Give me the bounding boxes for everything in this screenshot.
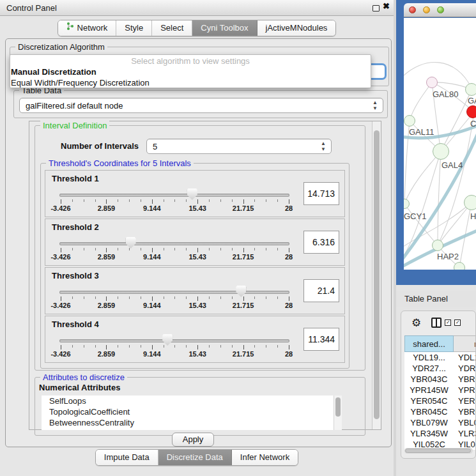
node-right-mid[interactable] — [464, 195, 476, 210]
scale-tick-label: -3.426 — [50, 302, 70, 309]
table-row[interactable]: YBL079WYBL0 — [404, 417, 475, 428]
algorithm-dropdown-popup: Select algorithm to view settings Manual… — [10, 54, 371, 88]
threshold-slider-thumb[interactable] — [236, 286, 246, 297]
cell-shared-name: YBL079W — [404, 417, 454, 428]
threshold-label: Threshold 3 — [52, 271, 99, 280]
cell-shared-name: YDR27... — [404, 363, 454, 374]
slider-major-ticks — [61, 248, 289, 252]
interval-definition-group-title: Interval Definition — [40, 121, 109, 130]
tab-discretize-data[interactable]: Discretize Data — [158, 450, 232, 465]
tab-cyni-toolbox[interactable]: Cyni Toolbox — [192, 20, 257, 36]
threshold-slider-track[interactable] — [59, 339, 289, 342]
node-gal11[interactable] — [404, 115, 415, 127]
algorithm-option-manual-discretization[interactable]: Manual Discretization — [10, 66, 371, 77]
node-label: GA — [468, 96, 476, 105]
network-window-titlebar[interactable] — [404, 3, 476, 17]
tab-label: jActiveMNodules — [266, 20, 328, 36]
node-label: C — [470, 119, 476, 128]
algorithm-popup-options: Manual DiscretizationEqual Width/Frequen… — [10, 66, 371, 88]
checkbox-icon[interactable]: ✓ — [454, 319, 461, 326]
settings-vertical-scrollbar[interactable] — [372, 121, 381, 429]
float-window-icon[interactable] — [372, 5, 380, 12]
scale-tick-label: 21.715 — [233, 204, 254, 212]
table-row[interactable]: YLR345WYLR3 — [404, 428, 475, 439]
list-item[interactable]: BetweennessCentrality — [42, 417, 342, 428]
close-traffic-light-icon[interactable] — [409, 6, 416, 13]
threshold-value-field[interactable]: 6.316 — [303, 231, 339, 254]
stepper-arrows-icon: ▲▼ — [320, 141, 326, 152]
table-data-combobox[interactable]: galFiltered.sif default node ▲▼ — [19, 98, 383, 113]
node-hap2[interactable] — [432, 240, 443, 251]
node-top-right[interactable] — [465, 83, 476, 96]
cell-name: YPR1 — [454, 385, 475, 395]
cyni-toolbox-panel: Discretization Algorithm Table Data galF… — [5, 38, 392, 447]
zoom-traffic-light-icon[interactable] — [437, 6, 444, 13]
table-data-group: Table Data galFiltered.sif default node … — [13, 90, 388, 118]
attributes-list-scrollbar-thumb[interactable] — [335, 397, 341, 417]
bottom-tabbar: Impute DataDiscretize DataInfer Network — [0, 449, 394, 466]
application-root: Control Panel ✖ NetworkStyleSelectCyni T… — [0, 0, 476, 476]
split-columns-icon[interactable] — [431, 318, 441, 328]
threshold-value-field[interactable]: 14.713 — [303, 182, 339, 205]
thresholds-group-title: Threshold's Coordinates for 5 Intervals — [46, 158, 194, 168]
tab-impute-data[interactable]: Impute Data — [96, 450, 158, 465]
cell-name: YLR3 — [454, 428, 475, 439]
attributes-list-scrollbar[interactable] — [334, 395, 342, 430]
scale-tick-label: -3.426 — [50, 350, 70, 358]
slider-scale-labels: -3.4262.8599.14415.4321.71528 — [61, 302, 289, 311]
node-bottom[interactable] — [454, 262, 465, 270]
settings-vertical-scrollbar-thumb[interactable] — [374, 130, 380, 419]
threshold-value-field[interactable]: 21.4 — [303, 279, 339, 302]
table-row[interactable]: YDL19...YDL1 — [404, 352, 475, 363]
close-icon[interactable]: ✖ — [383, 1, 390, 11]
apply-button[interactable]: Apply — [172, 433, 214, 447]
tab-style[interactable]: Style — [116, 20, 152, 36]
number-of-intervals-combobox[interactable]: 5 ▲▼ — [146, 139, 332, 154]
node-label: HAP2 — [437, 252, 459, 261]
slider-major-ticks — [61, 199, 289, 204]
table-row[interactable]: YBR045CYBR0 — [404, 406, 475, 417]
column-header-name[interactable]: na — [454, 335, 476, 352]
table-horizontal-scrollbar-thumb[interactable] — [405, 449, 471, 453]
thresholds-group: Threshold's Coordinates for 5 Intervals … — [40, 163, 349, 369]
tab-infer-network[interactable]: Infer Network — [232, 450, 298, 465]
threshold-slider-track[interactable] — [59, 242, 289, 245]
checkbox-icon[interactable]: ✓ — [445, 319, 451, 326]
scale-tick-label: 2.859 — [98, 302, 116, 309]
list-item[interactable]: TopologicalCoefficient — [42, 406, 342, 417]
node-selected[interactable] — [466, 105, 476, 118]
threshold-slider-thumb[interactable] — [126, 237, 136, 249]
minimize-traffic-light-icon[interactable] — [423, 6, 430, 13]
threshold-slider-track[interactable] — [59, 194, 289, 197]
tab-label: Impute Data — [104, 450, 150, 465]
column-header-shared-name[interactable]: shared... — [404, 335, 454, 352]
tab-jactivemnodules[interactable]: jActiveMNodules — [257, 20, 336, 36]
table-row[interactable]: YER054CYER0 — [404, 395, 475, 406]
threshold-slider-track[interactable] — [59, 291, 289, 294]
table-horizontal-scrollbar[interactable] — [404, 448, 473, 454]
threshold-slider-thumb[interactable] — [162, 334, 173, 346]
threshold-label: Threshold 2 — [52, 222, 99, 232]
tab-network[interactable]: Network — [58, 20, 117, 36]
table-row[interactable]: YBR043CYBR0 — [404, 374, 475, 385]
cell-name: YBR0 — [454, 374, 475, 385]
table-row[interactable]: YPR145WYPR1 — [404, 385, 475, 395]
gear-icon[interactable]: ⚙ — [411, 318, 421, 328]
table-row[interactable]: YDR27...YDR2 — [404, 363, 475, 374]
cell-name: YBR0 — [454, 406, 475, 417]
node-hub[interactable] — [433, 143, 449, 160]
list-item[interactable]: SelfLoops — [42, 395, 342, 406]
slider-scale-labels: -3.4262.8599.14415.4321.71528 — [61, 350, 289, 359]
tab-label: Select — [160, 20, 183, 36]
scale-tick-label: 9.144 — [143, 350, 161, 358]
tab-select[interactable]: Select — [152, 20, 192, 36]
node-gal80[interactable] — [426, 77, 438, 88]
algorithm-option-equal-width-frequency-discretization[interactable]: Equal Width/Frequency Discretization — [10, 77, 371, 88]
threshold-panel: Threshold 1-3.4262.8599.14415.4321.71528… — [45, 170, 345, 217]
threshold-slider-thumb[interactable] — [187, 188, 197, 200]
scale-tick-label: 9.144 — [143, 302, 161, 309]
numerical-attributes-list[interactable]: SelfLoopsTopologicalCoefficientBetweenne… — [42, 395, 342, 430]
threshold-value-field[interactable]: 11.344 — [303, 328, 339, 351]
scale-tick-label: 28 — [285, 350, 293, 358]
network-canvas[interactable]: GAL80GACGAL11GAL4GCY1HHAP2 — [404, 18, 476, 270]
